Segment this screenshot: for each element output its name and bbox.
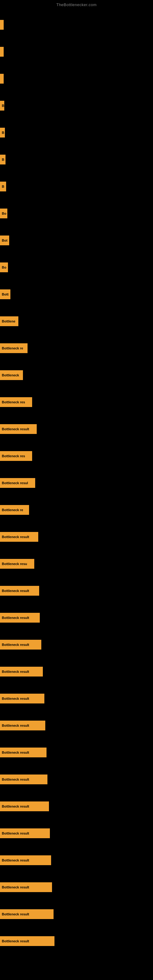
bar-label: Bottleneck result [0,936,54,946]
bar-label: Bottleneck result [0,775,48,784]
site-title: TheBottlenecker.com [0,0,153,8]
bar-label: Bottleneck result [0,613,40,623]
bar-label: B [0,181,6,191]
bar-row: Bottleneck result [0,658,153,685]
bar-row: Bo [0,200,153,227]
bar-row: Bottleneck result [0,415,153,442]
bar-label: Bottleneck result [0,721,45,730]
bar-label: Bo [0,208,7,218]
bar-label: Bottleneck result [0,909,54,919]
bar-row: Bottlene [0,308,153,335]
bar-label: Bottlene [0,317,18,326]
bar-row: Bottleneck result [0,766,153,793]
bar-row: Bottleneck result [0,901,153,928]
bar-label: Bot [0,235,9,245]
bar-row: Bottleneck re [0,335,153,362]
bar-row [0,38,153,65]
bar-label: Bottleneck result [0,586,39,596]
bar-label: Bottleneck resul [0,478,35,488]
bar-label [0,20,4,30]
bar-row: B [0,173,153,200]
bar-row: Bottleneck result [0,523,153,550]
bar-row: Bottleneck result [0,820,153,847]
bar-row: Bottleneck result [0,739,153,766]
bar-row: Bottleneck res [0,389,153,415]
bar-row: Bott [0,281,153,308]
bar-label: Bottleneck result [0,667,43,676]
bar-label: Bottleneck resu [0,559,34,569]
bar-label: Bottleneck result [0,640,41,649]
bar-row: Bottleneck result [0,874,153,901]
bar-row: Bot [0,227,153,254]
bar-label: Bottleneck result [0,882,52,892]
bar-label: B [0,128,5,137]
bar-row: Bottleneck result [0,631,153,658]
bar-label: B [0,101,4,111]
bar-row: Bottleneck result [0,928,153,955]
bar-row: Bottleneck result [0,685,153,712]
bar-row: Bottleneck result [0,712,153,739]
bar-row: Bottleneck result [0,793,153,820]
bar-label: Bottleneck [0,370,23,380]
bar-row: Bo [0,254,153,281]
bar-label: Bottleneck result [0,802,49,811]
bar-row: Bottleneck res [0,442,153,469]
bar-label: Bottleneck res [0,451,32,461]
bar-row [0,11,153,38]
bar-label: Bottleneck result [0,855,51,865]
bar-label: Bottleneck res [0,397,32,407]
bar-label: Bottleneck re [0,505,29,515]
bar-row: B [0,146,153,173]
bar-label: Bo [0,262,8,272]
bar-row: B [0,119,153,146]
bar-label: Bottleneck result [0,829,50,838]
bar-label [0,74,4,84]
bar-row: Bottleneck [0,362,153,389]
bar-row: Bottleneck resul [0,469,153,496]
bar-label: Bottleneck re [0,343,27,353]
bar-row: B [0,92,153,119]
bar-label: Bottleneck result [0,424,37,434]
bar-row: Bottleneck result [0,847,153,874]
bar-label: B [0,155,5,164]
bar-label: Bott [0,290,10,299]
bar-row: Bottleneck re [0,496,153,523]
bar-row: Bottleneck resu [0,550,153,577]
bar-label: Bottleneck result [0,694,45,703]
bars-container: BBBBBoBotBoBottBottleneBottleneck reBott… [0,8,153,955]
bar-row: Bottleneck result [0,604,153,631]
bar-label [0,47,4,57]
bar-row: Bottleneck result [0,577,153,604]
bar-row [0,65,153,92]
bar-label: Bottleneck result [0,748,46,757]
bar-label: Bottleneck result [0,532,38,542]
